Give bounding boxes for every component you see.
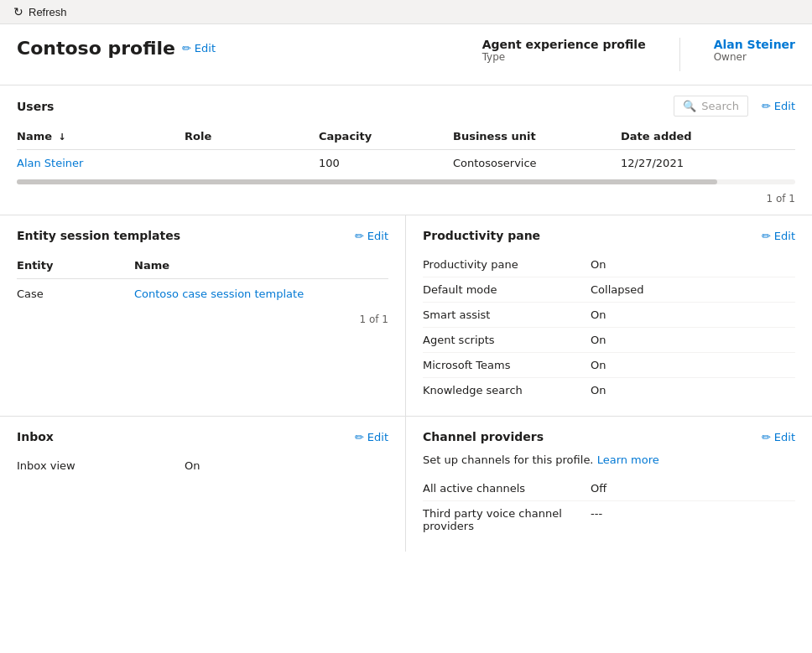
pencil-icon: ✏ — [355, 431, 364, 443]
users-search-input[interactable]: Search — [701, 100, 739, 112]
kv-val: On — [591, 308, 606, 321]
pencil-icon: ✏ — [762, 230, 771, 242]
cell-name: Alan Steiner — [17, 150, 185, 177]
kv-val: On — [591, 384, 606, 396]
channel-description: Set up channels for this profile. Learn … — [423, 453, 795, 466]
entity-cell-name: Contoso case session template — [134, 279, 388, 309]
col-business-unit: Business unit — [453, 123, 621, 150]
channel-providers-section: Channel providers ✏ Edit Set up channels… — [406, 417, 812, 552]
kv-row: Third party voice channel providers --- — [423, 501, 795, 538]
channel-section-header: Channel providers ✏ Edit — [423, 430, 795, 443]
session-template-link[interactable]: Contoso case session template — [134, 288, 304, 300]
entity-table-header-row: Entity Name — [17, 252, 388, 279]
cell-business-unit: Contososervice — [453, 150, 621, 177]
kv-row: Agent scripts On — [423, 328, 795, 353]
profile-type-label: Type — [482, 51, 506, 63]
kv-key: Microsoft Teams — [423, 359, 591, 371]
kv-val: --- — [591, 507, 602, 532]
kv-row: Microsoft Teams On — [423, 353, 795, 378]
kv-val: Off — [591, 482, 606, 495]
inbox-edit-link[interactable]: ✏ Edit — [355, 431, 388, 443]
kv-val: On — [591, 359, 606, 371]
inbox-section-header: Inbox ✏ Edit — [17, 430, 388, 443]
col-role: Role — [185, 123, 319, 150]
kv-row: All active channels Off — [423, 476, 795, 501]
entity-edit-link[interactable]: ✏ Edit — [355, 230, 388, 242]
users-section-title: Users — [17, 100, 54, 113]
users-section-header: Users 🔍 Search ✏ Edit — [17, 86, 795, 123]
profile-owner-value: Alan Steiner — [714, 38, 795, 51]
productivity-section-title: Productivity pane — [423, 229, 540, 242]
user-name-link[interactable]: Alan Steiner — [17, 157, 83, 169]
channel-edit-link[interactable]: ✏ Edit — [762, 431, 795, 443]
kv-key: Productivity pane — [423, 258, 591, 271]
profile-type-meta: Agent experience profile Type — [482, 38, 646, 71]
col-capacity: Capacity — [319, 123, 453, 150]
kv-val: Collapsed — [591, 283, 644, 296]
cell-date-added: 12/27/2021 — [621, 150, 795, 177]
users-table-header-row: Name ↓ Role Capacity Business unit Date … — [17, 123, 795, 150]
header-divider — [679, 38, 680, 71]
users-pagination: 1 of 1 — [17, 188, 795, 205]
entity-section-title: Entity session templates — [17, 229, 180, 242]
search-icon: 🔍 — [683, 100, 696, 112]
refresh-label: Refresh — [29, 6, 67, 18]
users-section: Users 🔍 Search ✏ Edit Name ↓ — [0, 86, 812, 215]
kv-key: Third party voice channel providers — [423, 507, 591, 532]
pencil-icon: ✏ — [355, 230, 364, 242]
scrollbar-thumb[interactable] — [17, 179, 717, 184]
kv-row: Default mode Collapsed — [423, 277, 795, 303]
horizontal-scrollbar[interactable] — [17, 179, 795, 184]
entity-col-name: Name — [134, 252, 388, 279]
kv-row: Smart assist On — [423, 303, 795, 328]
refresh-icon: ↻ — [13, 5, 23, 18]
cell-role — [185, 150, 319, 177]
entity-col-entity: Entity — [17, 252, 134, 279]
kv-key: Agent scripts — [423, 334, 591, 346]
users-section-actions: 🔍 Search ✏ Edit — [674, 96, 795, 117]
learn-more-link[interactable]: Learn more — [597, 453, 659, 466]
header-right: Agent experience profile Type Alan Stein… — [482, 38, 795, 71]
kv-key: Default mode — [423, 283, 591, 296]
entity-pagination: 1 of 1 — [17, 308, 388, 325]
inbox-section-title: Inbox — [17, 430, 54, 443]
pencil-icon: ✏ — [762, 100, 771, 112]
table-row: Case Contoso case session template — [17, 279, 388, 309]
kv-key: Smart assist — [423, 308, 591, 321]
kv-val: On — [591, 334, 606, 346]
channel-section-title: Channel providers — [423, 430, 544, 443]
productivity-section-header: Productivity pane ✏ Edit — [423, 229, 795, 242]
kv-val: On — [185, 459, 200, 472]
cell-capacity: 100 — [319, 150, 453, 177]
profile-edit-link[interactable]: ✏ Edit — [182, 42, 216, 54]
kv-key: Knowledge search — [423, 384, 591, 396]
users-edit-link[interactable]: ✏ Edit — [762, 100, 795, 112]
users-search-box[interactable]: 🔍 Search — [674, 96, 748, 117]
profile-owner-meta: Alan Steiner Owner — [714, 38, 795, 71]
users-table: Name ↓ Role Capacity Business unit Date … — [17, 123, 795, 176]
productivity-edit-link[interactable]: ✏ Edit — [762, 230, 795, 242]
bottom-two-col: Inbox ✏ Edit Inbox view On Channel provi… — [0, 417, 812, 552]
refresh-button[interactable]: ↻ Refresh — [13, 5, 67, 18]
col-date-added: Date added — [621, 123, 795, 150]
profile-owner-label: Owner — [714, 51, 747, 63]
inbox-section: Inbox ✏ Edit Inbox view On — [0, 417, 406, 552]
profile-type-value: Agent experience profile — [482, 38, 646, 51]
col-name: Name ↓ — [17, 123, 185, 150]
entity-cell-entity: Case — [17, 279, 134, 309]
inbox-kv-list: Inbox view On — [17, 453, 388, 478]
productivity-kv-list: Productivity pane On Default mode Collap… — [423, 252, 795, 402]
main-content: Users 🔍 Search ✏ Edit Name ↓ — [0, 86, 812, 552]
kv-val: On — [591, 258, 606, 271]
table-row: Alan Steiner 100 Contososervice 12/27/20… — [17, 150, 795, 177]
page-title: Contoso profile — [17, 38, 175, 59]
kv-key: All active channels — [423, 482, 591, 495]
kv-row: Productivity pane On — [423, 252, 795, 277]
entity-section-header: Entity session templates ✏ Edit — [17, 229, 388, 242]
entity-session-templates-section: Entity session templates ✏ Edit Entity N… — [0, 215, 406, 417]
kv-row: Knowledge search On — [423, 378, 795, 402]
pencil-icon: ✏ — [762, 431, 771, 443]
kv-key: Inbox view — [17, 459, 185, 472]
entity-table: Entity Name Case Contoso case session te… — [17, 252, 388, 308]
profile-title-area: Contoso profile ✏ Edit — [17, 38, 216, 59]
